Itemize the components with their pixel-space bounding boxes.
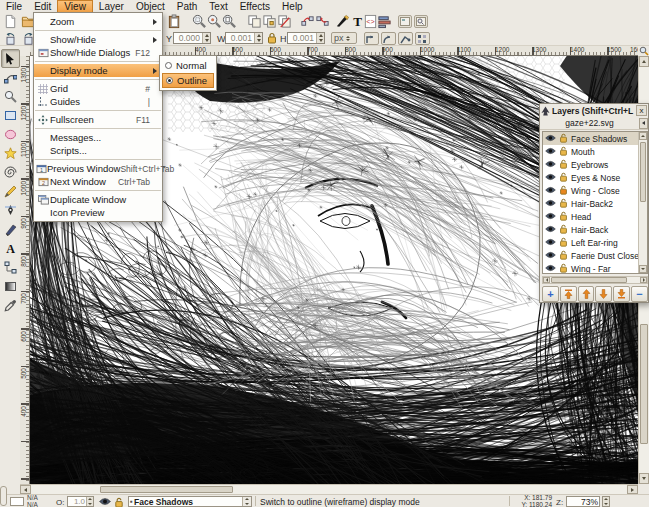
document-tab[interactable]: gaze+22.svg — [540, 118, 639, 128]
menuitem-grid[interactable]: Grid# — [34, 82, 162, 95]
layers-dialog-titlebar[interactable]: Layers (Shift+Ctrl+L x — [540, 104, 648, 117]
scroll-right-button[interactable] — [627, 485, 638, 494]
tool-gradient[interactable] — [1, 277, 20, 296]
layer-row[interactable]: Face Shadows — [543, 132, 647, 145]
dock-arrow-button[interactable] — [639, 118, 648, 129]
width-spinner[interactable] — [254, 33, 262, 43]
align-dialog-button[interactable] — [376, 13, 393, 29]
layer-visible-eye-icon[interactable] — [545, 264, 556, 274]
layer-row[interactable]: Hair-Back — [543, 223, 647, 236]
lower-to-bottom-button[interactable] — [613, 286, 630, 302]
menuitem-next-window[interactable]: 2Next WindowCtrl+Tab — [34, 175, 162, 188]
horizontal-scroll-thumb[interactable] — [100, 486, 233, 493]
menu-text[interactable]: Text — [203, 0, 233, 13]
scale-corners-toggle[interactable] — [381, 32, 396, 45]
height-spinner[interactable] — [316, 33, 324, 43]
menuitem-zoom[interactable]: Zoom — [34, 15, 162, 28]
layer-row[interactable]: Hair-Back2 — [543, 197, 647, 210]
tool-spiral[interactable] — [1, 163, 20, 182]
menuitem-messages[interactable]: Messages... — [34, 131, 162, 144]
menuitem-icon-preview[interactable]: Icon Preview — [34, 206, 162, 219]
layer-lock-icon[interactable] — [559, 224, 568, 236]
layer-lock-icon[interactable] — [559, 185, 568, 197]
menuitem-previous-window[interactable]: 1Previous WindowShift+Ctrl+Tab — [34, 162, 162, 175]
layer-lock-icon[interactable] — [559, 159, 568, 171]
rotate-90-ccw-button[interactable] — [2, 31, 19, 47]
layer-visible-eye-icon[interactable] — [545, 238, 556, 248]
menuitem-fullscreen[interactable]: FullscreenF11 — [34, 113, 162, 126]
scroll-up-button[interactable] — [639, 56, 649, 67]
layer-lock-icon[interactable] — [559, 172, 568, 184]
layers-hscroll-thumb[interactable] — [551, 277, 627, 283]
y-field[interactable]: 0.000 — [173, 32, 211, 44]
unlink-clone-button[interactable] — [276, 13, 293, 29]
layer-row[interactable]: Wing - Close — [543, 184, 647, 197]
layer-dropdown-spinner[interactable] — [242, 497, 251, 506]
new-document-button[interactable] — [2, 13, 19, 29]
tool-dropper[interactable] — [1, 296, 20, 315]
menuitem-show-hide-dialogs[interactable]: Show/Hide DialogsF12 — [34, 46, 162, 59]
opacity-spinner[interactable] — [86, 497, 93, 506]
layer-row[interactable]: Mouth — [543, 145, 647, 158]
layer-lock-toggle[interactable] — [114, 497, 124, 507]
submenu-item-normal[interactable]: Normal — [162, 58, 214, 73]
menuitem-show-hide[interactable]: Show/Hide — [34, 33, 162, 46]
layer-visible-eye-icon[interactable] — [545, 251, 556, 261]
menu-path[interactable]: Path — [171, 0, 204, 13]
units-dropdown[interactable]: px — [331, 32, 357, 44]
tool-ellipse[interactable] — [1, 125, 20, 144]
menuitem-display-mode[interactable]: Display mode — [34, 64, 162, 77]
horizontal-scrollbar[interactable] — [20, 484, 638, 494]
current-layer-dropdown[interactable]: ▪ Face Shadows — [128, 496, 252, 507]
layer-visible-eye-icon[interactable] — [545, 173, 556, 183]
menuitem-guides[interactable]: Guides| — [34, 95, 162, 108]
layer-row[interactable]: Faerie Dust Close — [543, 249, 647, 262]
tool-selector[interactable] — [1, 49, 20, 68]
layer-visibility-toggle[interactable] — [99, 497, 111, 506]
move-gradients-toggle[interactable] — [398, 32, 413, 45]
dialog-toggle-button-2[interactable] — [414, 15, 428, 28]
layer-visible-eye-icon[interactable] — [545, 160, 556, 170]
panel-grip[interactable] — [0, 486, 7, 506]
layer-row[interactable]: Eyes & Nose — [543, 171, 647, 184]
scale-stroke-toggle[interactable] — [364, 32, 379, 45]
raise-to-top-button[interactable] — [560, 286, 577, 302]
layer-visible-eye-icon[interactable] — [545, 186, 556, 196]
opacity-field[interactable]: 1.0 — [67, 496, 94, 507]
lock-ratio-toggle[interactable] — [267, 32, 277, 46]
layer-lock-icon[interactable] — [559, 211, 568, 223]
raise-layer-button[interactable] — [578, 286, 595, 302]
layers-list-scrollbar[interactable] — [638, 132, 647, 273]
tool-text[interactable]: A — [1, 239, 20, 258]
tool-connector[interactable] — [1, 258, 20, 277]
height-field[interactable]: 0.001 — [287, 32, 325, 44]
scroll-up-button[interactable] — [639, 132, 647, 140]
layer-lock-icon[interactable] — [559, 263, 568, 275]
menuitem-scripts[interactable]: Scripts... — [34, 144, 162, 157]
y-spinner[interactable] — [202, 33, 210, 43]
lower-layer-button[interactable] — [595, 286, 612, 302]
tool-zoom[interactable] — [1, 87, 20, 106]
zoom-page-button[interactable] — [221, 13, 238, 29]
move-patterns-toggle[interactable] — [415, 32, 430, 45]
scroll-right-button[interactable] — [640, 277, 647, 283]
tool-pen[interactable] — [1, 201, 20, 220]
zoom-corner-icon[interactable] — [638, 45, 649, 56]
layer-lock-icon[interactable] — [559, 237, 568, 249]
tool-rectangle[interactable] — [1, 106, 20, 125]
tool-pencil[interactable] — [1, 182, 20, 201]
layers-scroll-thumb[interactable] — [640, 142, 646, 202]
layer-lock-icon[interactable] — [559, 133, 568, 145]
menu-effects[interactable]: Effects — [234, 0, 276, 13]
layers-list-hscrollbar[interactable] — [542, 276, 648, 284]
scroll-down-button[interactable] — [639, 473, 649, 484]
close-dialog-button[interactable]: x — [636, 105, 647, 116]
submenu-item-outline[interactable]: Outline — [162, 73, 214, 88]
menu-help[interactable]: Help — [276, 0, 309, 13]
layer-row[interactable]: Head — [543, 210, 647, 223]
layer-lock-icon[interactable] — [559, 198, 568, 210]
menu-file[interactable]: File — [0, 0, 28, 13]
layer-visible-eye-icon[interactable] — [545, 212, 556, 222]
tool-calligraphy[interactable] — [1, 220, 20, 239]
menuitem-duplicate-window[interactable]: Duplicate Window — [34, 193, 162, 206]
